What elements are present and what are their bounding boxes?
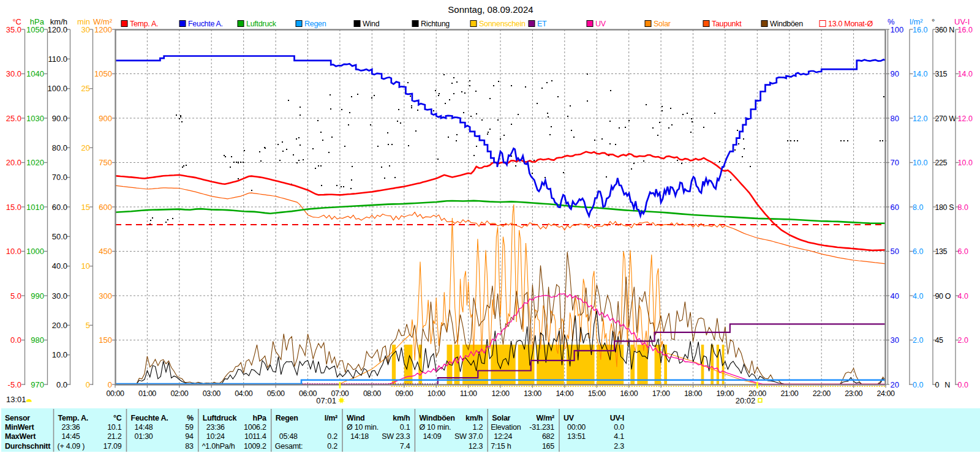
svg-text:4.0: 4.0 [913,292,923,301]
svg-text:13:00: 13:00 [524,389,541,398]
svg-text:10:00: 10:00 [428,389,445,398]
svg-text:Ø 10 min.: Ø 10 min. [347,423,379,432]
svg-text:Richtung: Richtung [421,20,450,28]
svg-text:-31.231: -31.231 [529,423,554,432]
svg-text:(+ 4.09 ): (+ 4.09 ) [58,442,85,451]
svg-text:60.0: 60.0 [52,203,67,212]
svg-text:20.0: 20.0 [52,321,67,330]
svg-text:83: 83 [185,442,194,451]
svg-text:315: 315 [935,70,948,78]
svg-text:25.0: 25.0 [6,114,21,123]
svg-text:2.3: 2.3 [614,442,624,451]
svg-text:15:00: 15:00 [588,389,606,398]
svg-text:12:24: 12:24 [494,432,512,441]
svg-text:20: 20 [891,380,899,389]
svg-text:14.0: 14.0 [958,70,973,78]
svg-text:-5.0: -5.0 [8,380,21,389]
svg-text:24:00: 24:00 [877,389,895,398]
svg-text:970: 970 [31,380,44,389]
svg-text:50: 50 [891,247,899,256]
svg-text:°C: °C [113,414,122,422]
svg-text:16:00: 16:00 [620,389,638,398]
svg-text:30: 30 [81,25,90,34]
svg-text:ET: ET [537,20,547,28]
svg-text:l/m²: l/m² [325,414,337,422]
svg-text:Sensor: Sensor [5,414,30,422]
svg-text:12.0: 12.0 [958,114,973,123]
svg-text:900: 900 [99,114,112,123]
svg-text:Taupunkt: Taupunkt [712,20,742,28]
svg-text:07:01: 07:01 [316,396,336,405]
svg-text:0.1: 0.1 [400,423,410,432]
svg-text:Windböen: Windböen [419,414,454,422]
svg-text:°: ° [932,17,935,26]
svg-text:12.0: 12.0 [913,114,927,123]
svg-text:40.0: 40.0 [52,261,67,271]
svg-text:Sonntag, 08.09.2024: Sonntag, 08.09.2024 [448,4,533,15]
svg-text:45: 45 [935,336,944,345]
svg-text:8.0: 8.0 [913,203,923,212]
svg-text:1050: 1050 [26,25,44,34]
svg-text:0: 0 [86,380,90,389]
svg-text:90.0: 90.0 [52,114,67,123]
svg-text:UV: UV [564,414,575,422]
svg-text:0.0: 0.0 [56,380,67,389]
svg-text:20:02: 20:02 [736,396,756,405]
svg-text:2.0: 2.0 [958,336,968,345]
svg-text:10.0: 10.0 [958,159,973,167]
svg-text:1000: 1000 [26,247,44,256]
svg-text:21:00: 21:00 [780,389,798,398]
svg-text:Wind: Wind [347,414,364,422]
svg-text:18:00: 18:00 [684,389,702,398]
svg-text:0.2: 0.2 [327,432,337,441]
svg-text:10.0: 10.0 [913,159,927,167]
svg-text:05:48: 05:48 [279,432,298,441]
svg-text:1010: 1010 [26,203,44,212]
svg-text:80.0: 80.0 [52,143,67,152]
svg-text:682: 682 [542,432,554,441]
svg-text:70.0: 70.0 [52,173,67,182]
svg-text:980: 980 [31,335,44,345]
svg-text:14.0: 14.0 [913,70,927,78]
svg-text:Regen: Regen [304,20,326,28]
svg-text:13:51: 13:51 [567,432,586,441]
svg-text:14:00: 14:00 [556,389,573,398]
svg-text:14:09: 14:09 [423,432,441,441]
svg-text:17.09: 17.09 [103,442,121,451]
svg-text:Temp. A.: Temp. A. [58,414,88,422]
svg-text:990: 990 [31,291,44,301]
svg-text:360 N: 360 N [935,26,955,34]
svg-text:10.0: 10.0 [52,350,67,359]
svg-text:10: 10 [81,261,90,271]
svg-text:300: 300 [99,291,112,301]
svg-text:750: 750 [99,158,112,167]
svg-text:0.0: 0.0 [10,335,21,345]
svg-text:1009.2: 1009.2 [244,442,266,451]
svg-text:1006.2: 1006.2 [244,423,266,432]
svg-text:Luftdruck: Luftdruck [246,20,277,28]
svg-text:02:00: 02:00 [170,389,188,398]
svg-text:0 N: 0 N [935,381,951,389]
svg-text:MinWert: MinWert [5,423,34,432]
svg-text:10:24: 10:24 [206,432,225,441]
svg-text:SW 37.0: SW 37.0 [454,432,483,441]
svg-text:225: 225 [935,159,948,167]
svg-text:Regen: Regen [276,414,298,422]
svg-text:09:00: 09:00 [395,389,413,398]
svg-text:14:45: 14:45 [62,432,80,441]
svg-text:23:36: 23:36 [62,423,80,432]
svg-text:^1.0hPa/h: ^1.0hPa/h [202,442,235,451]
svg-text:Solar: Solar [654,20,671,28]
svg-text:%: % [187,414,194,422]
svg-text:10.1: 10.1 [107,423,122,432]
svg-text:1030: 1030 [26,114,44,123]
svg-text:7:15 h: 7:15 h [491,442,511,451]
svg-text:Durchschnitt: Durchschnitt [5,442,51,451]
svg-text:6.0: 6.0 [958,247,968,256]
svg-text:25: 25 [81,84,90,93]
svg-text:600: 600 [99,203,112,212]
svg-text:23:36: 23:36 [206,423,225,432]
svg-text:30.0: 30.0 [6,69,21,78]
svg-text:Feuchte A.: Feuchte A. [188,20,223,28]
svg-text:1040: 1040 [26,69,44,78]
